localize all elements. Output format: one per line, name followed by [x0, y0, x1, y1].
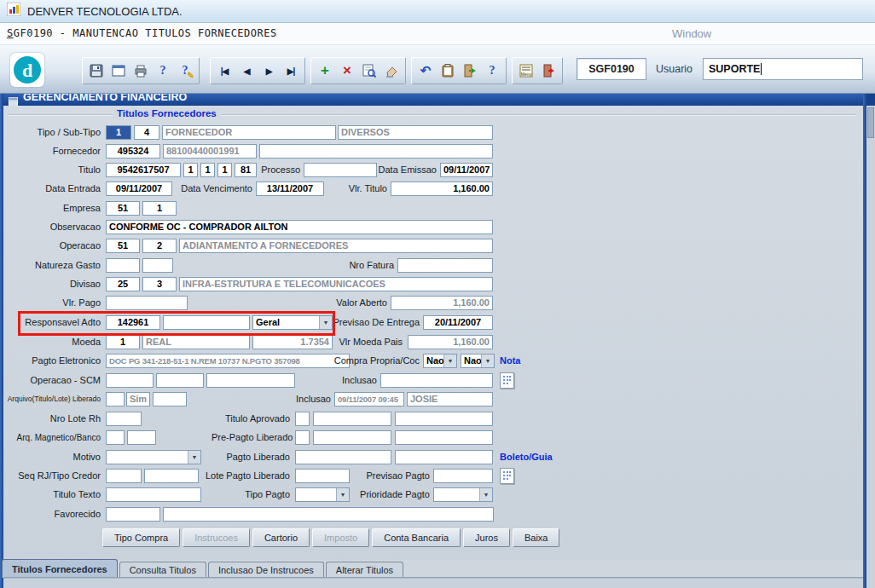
moeda-codigo-field[interactable]: 1: [106, 335, 140, 349]
titulo-aprovado-field-3[interactable]: [395, 412, 493, 426]
tab-titulos-fornecedores[interactable]: Titulos Fornecedores: [2, 559, 118, 578]
favorecido-field-2[interactable]: [163, 507, 494, 522]
titulo-seq3-field[interactable]: 1: [217, 163, 232, 177]
nro-lote-rh-field[interactable]: [106, 412, 142, 426]
previsao-entrega-field[interactable]: 20/11/2007: [423, 315, 493, 330]
cartorio-button[interactable]: Cartorio: [252, 528, 310, 547]
empresa-field-1[interactable]: 51: [106, 201, 140, 216]
empresa-field-2[interactable]: 1: [142, 201, 177, 216]
processo-field[interactable]: [304, 163, 377, 177]
chevron-down-icon[interactable]: ▼: [479, 488, 492, 501]
inclusao-data-field[interactable]: 09/11/2007 09:45: [334, 392, 404, 406]
boleto-doc-icon[interactable]: [500, 468, 514, 484]
usuario-input[interactable]: SUPORTE: [703, 58, 863, 80]
menu-window[interactable]: Window: [672, 27, 711, 40]
clear-query-button[interactable]: [381, 61, 402, 81]
query-button[interactable]: [359, 61, 380, 81]
seq-rj-field-1[interactable]: [106, 469, 142, 483]
moeda-taxa-field[interactable]: 1.7354: [252, 335, 333, 349]
seq-rj-field-2[interactable]: [144, 469, 199, 483]
pagto-liberado-field-1[interactable]: [295, 450, 391, 464]
compra-propria-dropdown-1[interactable]: Nao▼: [423, 354, 457, 368]
tab-consulta-titulos[interactable]: Consulta Titulos: [119, 562, 206, 578]
pre-pagto-field-1[interactable]: [295, 430, 310, 445]
vlr-pago-field[interactable]: [106, 296, 188, 310]
arquivo-field-1[interactable]: [106, 392, 125, 406]
titulo-seq4-field[interactable]: 81: [235, 163, 257, 177]
undo-button[interactable]: ↶: [415, 61, 436, 81]
moeda-nome-field[interactable]: REAL: [142, 335, 250, 349]
run-form-button[interactable]: [108, 61, 129, 81]
nota-doc-icon[interactable]: [500, 372, 514, 389]
pre-pagto-field-3[interactable]: [395, 430, 493, 445]
tipo-desc-field[interactable]: FORNECEDOR: [162, 125, 336, 140]
nota-link[interactable]: Nota: [500, 355, 520, 366]
titulo-aprovado-field-1[interactable]: [295, 412, 310, 426]
operacao-desc-field[interactable]: ADIANTAMENTO A FORNECEDORES: [179, 239, 493, 253]
arquivo-field-3[interactable]: [153, 392, 187, 406]
chevron-down-icon[interactable]: ▼: [481, 355, 494, 367]
menu-form-title[interactable]: SGF0190 - MANUTENCAO TITULOS FORNECEDORE…: [7, 27, 277, 39]
last-record-button[interactable]: ▶|: [281, 61, 301, 81]
print-button[interactable]: [130, 61, 151, 81]
baixa-button[interactable]: Baixa: [513, 528, 560, 547]
scrollbar[interactable]: [866, 94, 875, 588]
operacao-scm-field-1[interactable]: [106, 373, 154, 388]
inclusao-usuario-field[interactable]: JOSIE: [407, 392, 493, 406]
chevron-down-icon[interactable]: ▼: [188, 451, 200, 464]
previsao-pagto-field[interactable]: [433, 469, 493, 483]
titulo-aprovado-field-2[interactable]: [313, 412, 391, 426]
help-button[interactable]: ?: [153, 61, 173, 81]
boleto-guia-link[interactable]: Boleto/Guia: [500, 452, 553, 462]
insert-record-button[interactable]: +: [315, 61, 335, 81]
natureza-field-1[interactable]: [106, 258, 140, 273]
first-record-button[interactable]: |◀: [214, 61, 235, 81]
data-emissao-field[interactable]: 09/11/2007: [440, 163, 493, 177]
operacao-scm-field-2[interactable]: [156, 373, 204, 388]
imposto-button[interactable]: Imposto: [312, 528, 369, 547]
valor-aberto-field[interactable]: 1,160.00: [391, 296, 493, 310]
tab-inclusao-de-instrucoes[interactable]: Inclusao De Instrucoes: [208, 562, 324, 578]
natureza-field-2[interactable]: [142, 258, 173, 273]
previous-record-button[interactable]: ◀: [236, 61, 257, 81]
pagto-eletronico-field[interactable]: DOC PG 341-218-51-1 N.REM 10737 N.PGTO 3…: [106, 354, 350, 368]
pagto-liberado-field-2[interactable]: [395, 450, 493, 464]
tipo-field[interactable]: 1: [106, 125, 131, 140]
commit-exit-button[interactable]: [460, 61, 480, 81]
responsavel-tipo-dropdown[interactable]: Geral▼: [252, 315, 333, 330]
chevron-down-icon[interactable]: ▼: [443, 355, 456, 367]
titulo-texto-field[interactable]: [106, 487, 201, 502]
instrucoes-button[interactable]: Instrucoes: [183, 528, 250, 547]
exit-button[interactable]: [538, 61, 559, 81]
subtipo-field[interactable]: 4: [134, 125, 159, 140]
fornecedor-cnpj-field[interactable]: 88100440001991: [163, 144, 257, 159]
conta-bancaria-button[interactable]: Conta Bancaria: [372, 528, 461, 547]
observacao-field[interactable]: CONFORME OC - COMPRADOR AILTON: [106, 220, 493, 234]
delete-record-button[interactable]: ×: [337, 61, 357, 81]
operacao-scm-field-3[interactable]: [206, 373, 295, 388]
chevron-down-icon[interactable]: ▼: [319, 316, 332, 329]
titulo-seq2-field[interactable]: 1: [200, 163, 215, 177]
subtipo-desc-field[interactable]: DIVERSOS: [338, 125, 493, 140]
operacao-field-1[interactable]: 51: [106, 239, 140, 253]
data-vencimento-field[interactable]: 13/11/2007: [256, 182, 324, 196]
fornecedor-nome-field[interactable]: [259, 144, 493, 159]
tipo-pagto-dropdown[interactable]: ▼: [295, 487, 350, 502]
divisao-field-2[interactable]: 3: [142, 277, 177, 291]
next-record-button[interactable]: ▶: [258, 61, 279, 81]
compra-propria-dropdown-2[interactable]: Nao▼: [461, 354, 495, 368]
save-button[interactable]: [86, 61, 107, 81]
clipboard-button[interactable]: [438, 61, 458, 81]
inclusao-scm-field[interactable]: [380, 373, 493, 388]
arq-magnetico-field-1[interactable]: [106, 430, 125, 445]
favorecido-field-1[interactable]: [106, 507, 160, 522]
titulo-seq1-field[interactable]: 1: [183, 163, 198, 177]
data-entrada-field[interactable]: 09/11/2007: [106, 182, 172, 196]
titulo-numero-field[interactable]: 9542617507: [106, 163, 181, 177]
pre-pagto-field-2[interactable]: [313, 430, 391, 445]
responsavel-nome-field[interactable]: [163, 315, 250, 330]
lote-pagto-liberado-field[interactable]: [295, 469, 350, 483]
responsavel-codigo-field[interactable]: 142961: [106, 315, 160, 330]
scrollbar-thumb[interactable]: [867, 107, 874, 138]
tab-alterar-titulos[interactable]: Alterar Titulos: [326, 562, 403, 578]
